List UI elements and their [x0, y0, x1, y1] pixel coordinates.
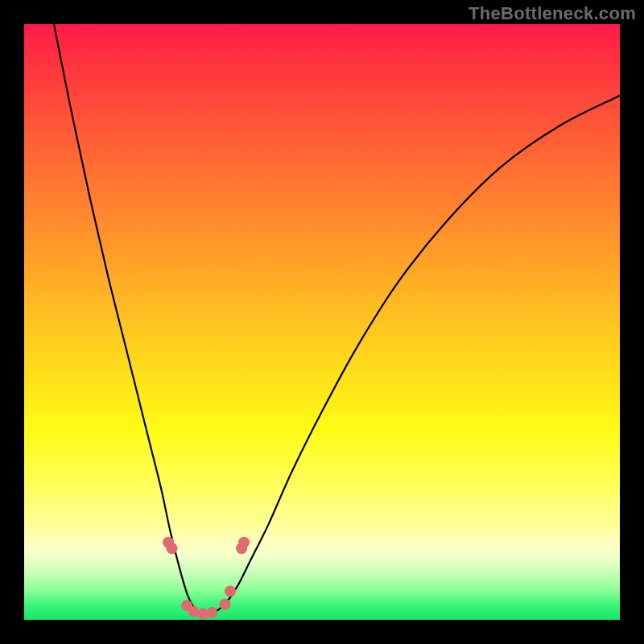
- data-marker: [225, 585, 236, 597]
- data-marker: [238, 537, 250, 548]
- watermark-text: TheBottleneck.com: [469, 3, 636, 24]
- bottleneck-curve: [24, 24, 620, 620]
- plot-area: [24, 24, 620, 620]
- data-markers: [163, 537, 250, 620]
- data-marker: [206, 607, 217, 618]
- chart-frame: TheBottleneck.com: [0, 0, 644, 644]
- data-marker: [167, 543, 178, 554]
- data-marker: [219, 599, 230, 610]
